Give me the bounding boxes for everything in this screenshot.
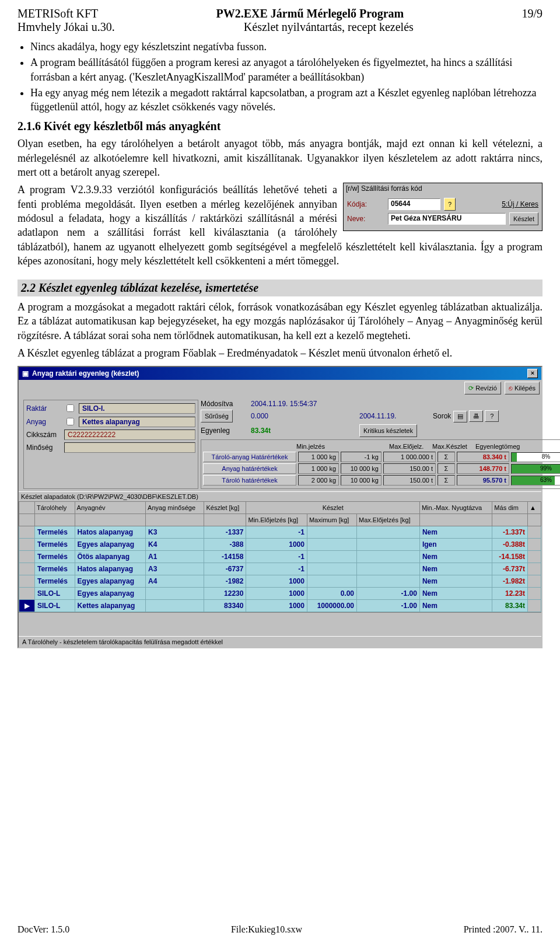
- stat-label[interactable]: Tároló-anyag Határértékek: [203, 452, 296, 462]
- stat-label[interactable]: Anyag határértékek: [203, 463, 296, 474]
- heading-216: 2.1.6 Kivét egy készletből más anyagként: [18, 120, 542, 133]
- col-tarolohely[interactable]: Tárolóhely: [35, 502, 75, 514]
- window-title: Anyag raktári egyenleg (készlet): [32, 369, 139, 378]
- hdr-center: PW2.EXE Jármű Mérlegelő Program: [216, 7, 404, 20]
- footer-printed: Printed :2007. V.. 11.: [464, 924, 542, 935]
- hdr-page: 19/9: [522, 7, 542, 20]
- bullet: A program beállításától függően a progra…: [30, 55, 542, 84]
- tool-icon-1[interactable]: ▤: [453, 411, 467, 422]
- label-minoseg: Minőség: [26, 443, 61, 452]
- value-raktar[interactable]: SILO-I.: [79, 403, 195, 414]
- footer-docver: DocVer: 1.5.0: [18, 924, 69, 935]
- shipping-source-panel: [r/w] Szállítási forrás kód Kódja: 05644…: [343, 183, 542, 231]
- col-minosege[interactable]: Anyag minősége: [146, 502, 204, 514]
- col-egyenlegtomeg: Egyenlegtömeg: [475, 443, 528, 450]
- path-bar: Készlet alapadatok (D:\R\PW2\PW2_4030\DB…: [19, 491, 541, 501]
- help-button[interactable]: ?: [444, 198, 456, 211]
- col-minelo[interactable]: Min.Előjelzés [kg]: [246, 514, 307, 526]
- table-row[interactable]: SILO-LEgyes alapanyag1223010000.00-1.00N…: [19, 588, 541, 600]
- hdr-center2: Készlet nyilvántartás, recept kezelés: [115, 20, 542, 34]
- row-marker[interactable]: ▶: [19, 600, 35, 612]
- keszlet-button[interactable]: Készlet: [509, 212, 538, 225]
- input-neve[interactable]: Pet Géza NYERSÁRU: [388, 213, 506, 225]
- label-cikkszam: Cikkszám: [26, 431, 61, 439]
- inventory-window: ▣ Anyag raktári egyenleg (készlet) × ⟳Re…: [18, 366, 542, 648]
- label-kodja: Kódja:: [347, 200, 384, 208]
- table-row[interactable]: TermelésÖtös alapanyagA1-14158-1Nem-14.1…: [19, 551, 541, 563]
- value-date: 2004.11.19.: [359, 412, 429, 420]
- close-icon[interactable]: ×: [527, 369, 538, 378]
- bullet: Nincs akadálya, hogy egy készletszint ne…: [30, 40, 542, 54]
- revizio-button[interactable]: ⟳Revízió: [464, 382, 501, 394]
- value-suruseg: 0.000: [251, 412, 356, 420]
- kilepes-button[interactable]: ⎋Kilépés: [505, 382, 540, 394]
- col-masdim[interactable]: Más dim: [492, 502, 528, 514]
- col-maxelo2[interactable]: Max.Előjelzés [kg]: [357, 514, 420, 526]
- checkbox-anyag[interactable]: [66, 418, 74, 425]
- para-22b: A Készlet egyenleg táblázat a program Fő…: [18, 346, 542, 360]
- status-bar: A Tárolóhely - készletelem tárolókapacit…: [19, 636, 541, 647]
- input-kodja[interactable]: 05644: [388, 198, 440, 210]
- kritikus-button[interactable]: Kritikus készletek: [359, 424, 417, 437]
- label-egyenleg: Egyenleg: [201, 427, 247, 435]
- data-grid[interactable]: Tárolóhely Anyagnév Anyag minősége Készl…: [19, 501, 541, 612]
- label-neve: Neve:: [347, 215, 384, 223]
- value-cikkszam: C22222222222: [64, 429, 195, 440]
- para-216: Olyan esetben, ha egy tárolóhelyen a bet…: [18, 137, 542, 179]
- value-modositva: 2004.11.19. 15:54:37: [251, 400, 356, 408]
- checkbox-raktar[interactable]: [66, 404, 74, 412]
- bullet: Ha egy anyag még nem létezik a megadott …: [30, 86, 542, 114]
- suruseg-button[interactable]: Sűrűség: [201, 410, 233, 422]
- table-row[interactable]: TermelésEgyes alapanyagA4-19821000Nem-1.…: [19, 575, 541, 588]
- col-maxelo: Max.Előjelz.: [389, 443, 430, 450]
- filter-box: RaktárSILO-I. AnyagKettes alapanyag Cikk…: [23, 400, 198, 489]
- col-anyagnev[interactable]: Anyagnév: [75, 502, 146, 514]
- label-anyag: Anyag: [26, 418, 61, 426]
- col-maxkeszlet: Max.Készlet: [432, 443, 473, 450]
- col-minjelzes: Min.jelzés: [296, 443, 387, 450]
- footer-file: File:Kukieg10.sxw: [231, 924, 302, 935]
- table-row[interactable]: ▶SILO-LKettes alapanyag8334010001000000.…: [19, 600, 541, 612]
- hdr-left2: Hmvhely Jókai u.30.: [18, 20, 115, 34]
- link-uj-keres[interactable]: 5:Új / Keres: [502, 200, 538, 208]
- app-icon: ▣: [22, 369, 29, 378]
- page-footer: DocVer: 1.5.0 File:Kukieg10.sxw Printed …: [18, 924, 542, 935]
- stat-label[interactable]: Tároló határértékek: [203, 475, 296, 486]
- label-raktar: Raktár: [26, 404, 61, 413]
- panel-title: [r/w] Szállítási forrás kód: [346, 184, 422, 193]
- value-minoseg: [64, 442, 195, 453]
- section-22: 2.2 Készlet egyenleg táblázat kezelése, …: [18, 280, 542, 296]
- table-row[interactable]: TermelésHatos alapanyagA3-6737-1Nem-6.73…: [19, 563, 541, 575]
- col-nyugtazva[interactable]: Min.-Max. Nyugtázva: [419, 502, 492, 514]
- label-modositva: Módosítva: [201, 400, 247, 408]
- label-sorok: Sorok: [433, 412, 451, 420]
- col-keszlet-group: Készlet: [246, 502, 419, 514]
- bullet-list: Nincs akadálya, hogy egy készletszint ne…: [30, 40, 542, 114]
- col-keszlet[interactable]: Készlet [kg]: [204, 502, 246, 514]
- para-22a: A program a mozgásokat a megadott raktár…: [18, 300, 542, 343]
- value-anyag[interactable]: Kettes alapanyag: [79, 417, 195, 427]
- value-egyenleg: 83.34t: [251, 427, 356, 435]
- tool-icon-2[interactable]: 🖶: [469, 410, 483, 422]
- hdr-left: METRISoft KFT: [18, 7, 98, 20]
- scroll-up-icon[interactable]: ▲: [528, 502, 541, 514]
- help-icon[interactable]: ?: [485, 410, 499, 422]
- table-row[interactable]: TermelésHatos alapanyagK3-1337-1Nem-1.33…: [19, 526, 541, 539]
- table-row[interactable]: TermelésEgyes alapanyagK4-3881000Igen-0.…: [19, 539, 541, 551]
- col-maximum[interactable]: Maximum [kg]: [307, 514, 356, 526]
